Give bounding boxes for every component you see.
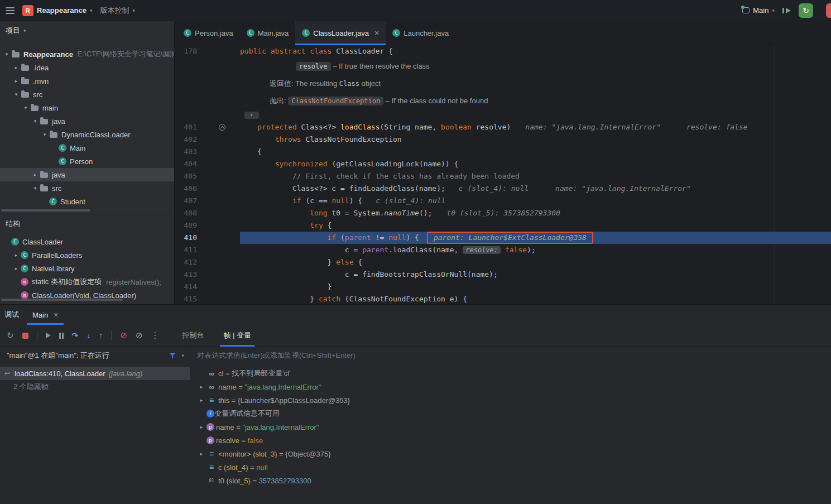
- project-tree-item[interactable]: ▾ReappearanceE:\CTF\网络安全学习笔记\漏洞\Ja: [0, 47, 174, 61]
- vcs-widget[interactable]: 版本控制 ▾: [100, 6, 135, 16]
- line-number[interactable]: 414: [175, 281, 197, 293]
- project-tree-item[interactable]: CPerson: [0, 155, 174, 168]
- project-tree-item[interactable]: ▸.idea: [0, 61, 174, 74]
- step-over-icon[interactable]: ↷: [72, 331, 79, 340]
- structure-tree-item[interactable]: CClassLoader: [0, 235, 174, 248]
- variable-row[interactable]: presolve = false: [191, 434, 831, 447]
- rerun-button[interactable]: ↻: [799, 3, 813, 18]
- resume-icon[interactable]: [46, 333, 51, 338]
- line-number[interactable]: 401: [175, 121, 197, 133]
- code-line[interactable]: 401 protected Class<?> loadClass(String …: [175, 121, 831, 133]
- structure-panel-header[interactable]: 结构: [0, 214, 174, 233]
- line-number[interactable]: 178: [175, 45, 197, 57]
- code-line[interactable]: 404 synchronized (getClassLoadingLock(na…: [175, 158, 831, 170]
- line-number[interactable]: 407: [175, 195, 197, 207]
- hidden-frames-row[interactable]: 2 个隐藏帧: [0, 380, 190, 393]
- line-number[interactable]: 411: [175, 244, 197, 256]
- chevron-down-icon[interactable]: ▾: [31, 185, 40, 191]
- structure-tree-item[interactable]: mstatic 类初始值设定项registerNatives();: [0, 275, 174, 289]
- variable-row[interactable]: i变量调试信息不可用: [191, 407, 831, 420]
- line-number[interactable]: 415: [175, 293, 197, 304]
- project-tree-item[interactable]: ▾main: [0, 101, 174, 114]
- code-line[interactable]: 411 c = parent.loadClass(name, resolve: …: [175, 244, 831, 256]
- rerun-debug-icon[interactable]: ↻: [7, 330, 14, 340]
- variable-row[interactable]: ≡c (slot_4) = null: [191, 460, 831, 474]
- line-number[interactable]: 408: [175, 207, 197, 219]
- project-tree-item[interactable]: ▸java: [0, 168, 174, 181]
- chevron-right-icon[interactable]: ▸: [196, 384, 206, 390]
- step-out-icon[interactable]: ↑: [99, 331, 103, 340]
- code-line[interactable]: 412 } else {: [175, 256, 831, 268]
- code-line[interactable]: 410 if (parent != null) {parent: Launche…: [175, 232, 831, 244]
- line-number[interactable]: 404: [175, 158, 197, 170]
- stop-button[interactable]: [826, 3, 831, 18]
- chevron-right-icon[interactable]: ▸: [12, 252, 21, 258]
- chevron-down-icon[interactable]: ▾: [12, 92, 21, 97]
- more-options-icon[interactable]: ⋮: [151, 330, 159, 340]
- variable-row[interactable]: ∞cl = 找不到局部变量'cl': [191, 367, 831, 380]
- editor-tab[interactable]: CClassLoader.java×: [295, 21, 386, 45]
- line-number[interactable]: 402: [175, 133, 197, 146]
- debug-session-tab[interactable]: Main ×: [27, 305, 64, 325]
- project-panel-header[interactable]: 项目 ▾: [0, 21, 174, 40]
- project-widget[interactable]: R Reappearance ▾: [22, 5, 92, 16]
- project-tree-item[interactable]: ▸.mvn: [0, 74, 174, 88]
- line-number[interactable]: 413: [175, 268, 197, 281]
- line-number[interactable]: 405: [175, 170, 197, 183]
- chevron-down-icon[interactable]: ▾: [21, 105, 30, 111]
- code-line[interactable]: 406 Class<?> c = findLoadedClass(name);c…: [175, 183, 831, 195]
- line-number[interactable]: 409: [175, 219, 197, 232]
- variable-row[interactable]: ▸pname = "java.lang.InternalError": [191, 420, 831, 434]
- structure-tree-item[interactable]: ▸CNativeLibrary: [0, 262, 174, 275]
- code-line[interactable]: 414 }: [175, 281, 831, 293]
- filter-icon[interactable]: [169, 352, 176, 359]
- evaluate-expression-input[interactable]: [197, 348, 577, 362]
- mute-breakpoints-icon[interactable]: ⊘: [120, 330, 127, 340]
- structure-tree-item[interactable]: ▸CParallelLoaders: [0, 248, 174, 262]
- code-line[interactable]: 178public abstract class ClassLoader {: [175, 45, 831, 57]
- chevron-right-icon[interactable]: ▸: [12, 78, 21, 84]
- chevron-right-icon[interactable]: ▸: [31, 172, 40, 177]
- code-line[interactable]: 405 // First, check if the class has alr…: [175, 170, 831, 183]
- chevron-right-icon[interactable]: ▸: [196, 397, 206, 403]
- code-editor[interactable]: 178public abstract class ClassLoader {re…: [175, 45, 831, 304]
- editor-tab[interactable]: CPerson.java: [177, 21, 240, 45]
- override-marker-icon[interactable]: [219, 124, 225, 131]
- line-number[interactable]: 410: [175, 232, 197, 244]
- project-tree-item[interactable]: ▾src: [0, 88, 174, 101]
- chevron-right-icon[interactable]: ▸: [196, 424, 206, 430]
- close-icon[interactable]: ×: [374, 28, 379, 37]
- chevron-down-icon[interactable]: ▾: [40, 132, 49, 137]
- variable-row[interactable]: ▸≡<monitor> (slot_3) = {Object@375}: [191, 447, 831, 460]
- line-number[interactable]: 406: [175, 183, 197, 195]
- horizontal-scrollbar[interactable]: [1, 209, 90, 212]
- variable-row[interactable]: ▸≡this = {Launcher$AppClassLoader@353}: [191, 393, 831, 407]
- project-tree-item[interactable]: CMain: [0, 141, 174, 155]
- code-line[interactable]: 407 if (c == null) {c (slot_4): null: [175, 195, 831, 207]
- folded-region-row[interactable]: ▾: [175, 109, 831, 121]
- step-into-icon[interactable]: ↓: [87, 331, 90, 340]
- project-tree-item[interactable]: CStudent: [0, 195, 174, 208]
- tab-console[interactable]: 控制台: [176, 325, 209, 347]
- project-tree-item[interactable]: ▾src: [0, 181, 174, 195]
- variable-row[interactable]: ▸∞name = "java.lang.InternalError": [191, 380, 831, 393]
- chevron-down-icon[interactable]: ▾: [2, 51, 11, 57]
- disable-breakpoints-icon[interactable]: ⊘: [136, 330, 143, 340]
- chevron-right-icon[interactable]: ▸: [196, 451, 206, 457]
- code-line[interactable]: 409 try {: [175, 219, 831, 232]
- chevron-right-icon[interactable]: ▸: [12, 266, 21, 271]
- editor-tab[interactable]: CLauncher.java: [386, 21, 455, 45]
- editor-tab[interactable]: CMain.java: [240, 21, 296, 45]
- code-line[interactable]: 413 c = findBootstrapClassOrNull(name);: [175, 268, 831, 281]
- variable-row[interactable]: 01t0 (slot_5) = 3573852793300: [191, 474, 831, 487]
- run-config-selector[interactable]: Main ▾: [742, 6, 775, 15]
- thread-selector[interactable]: "main"@1 在组"main": 正在运行 ▾: [0, 348, 190, 363]
- pause-icon[interactable]: [59, 333, 64, 339]
- chevron-down-icon[interactable]: ▾: [31, 118, 40, 124]
- chevron-right-icon[interactable]: ▸: [12, 65, 21, 70]
- stack-frame-row[interactable]: ↩ loadClass:410, ClassLoader (java.lang): [0, 367, 190, 380]
- tab-frames-variables[interactable]: 帧 | 变量: [218, 325, 257, 347]
- close-icon[interactable]: ×: [54, 310, 58, 319]
- fold-indicator-icon[interactable]: ▾: [244, 112, 259, 119]
- resume-program-icon[interactable]: [782, 7, 791, 14]
